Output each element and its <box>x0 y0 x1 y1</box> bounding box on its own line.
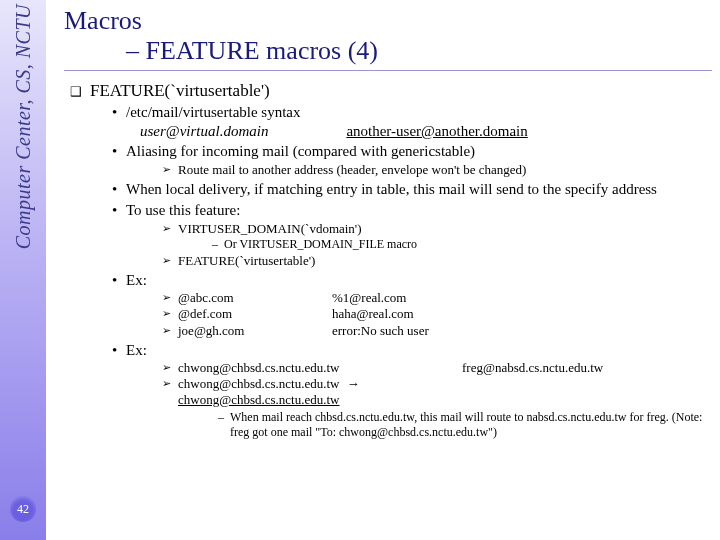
l1-localdelivery: When local delivery, if matching entry i… <box>112 180 712 199</box>
ex2-label: Ex: <box>126 342 147 358</box>
usefeature-text: To use this feature: <box>126 202 240 218</box>
arrow-icon: → <box>347 376 360 391</box>
ex1-label: Ex: <box>126 272 147 288</box>
usefeature-sub2: FEATURE(`virtusertable') <box>162 253 712 269</box>
l1-ex2: Ex: chwong@chbsd.cs.nctu.edu.tw freg@nab… <box>112 341 712 439</box>
ex1-r1-c1: @def.com <box>162 306 332 322</box>
syntax-label: /etc/mail/virtusertable syntax <box>126 104 301 120</box>
ex1-r2-c1: joe@gh.com <box>162 323 332 339</box>
aliasing-sub1: Route mail to another address (header, e… <box>162 162 712 178</box>
l1-syntax: /etc/mail/virtusertable syntax user@virt… <box>112 103 712 141</box>
title-line-2: – FEATURE macros (4) <box>64 36 712 66</box>
ex1-r0-c1: @abc.com <box>162 290 332 306</box>
ex1-r1-c2: haha@real.com <box>332 306 414 322</box>
side-rail: Computer Center, CS, NCTU <box>0 0 46 540</box>
ex1-r2-c2: error:No such user <box>332 323 429 339</box>
ex2-note: When mail reach chbsd.cs.nctu.edu.tw, th… <box>218 410 712 439</box>
content-area: Macros – FEATURE macros (4) FEATURE(`vir… <box>64 6 712 534</box>
l1-aliasing: Aliasing for incoming mail (compared wit… <box>112 142 712 178</box>
slide-root: Computer Center, CS, NCTU 42 Macros – FE… <box>0 0 720 540</box>
ex2-r0-c2: freg@nabsd.cs.nctu.edu.tw <box>462 360 603 376</box>
level1-list: /etc/mail/virtusertable syntax user@virt… <box>112 103 712 439</box>
usefeature-sublist: VIRTUSER_DOMAIN(`vdomain') Or VIRTUSER_D… <box>162 221 712 270</box>
slide-title: Macros – FEATURE macros (4) <box>64 6 712 66</box>
usefeature-sub1-sub1: Or VIRTUSER_DOMAIN_FILE macro <box>212 237 712 252</box>
rail-label: Computer Center, CS, NCTU <box>12 4 35 249</box>
l1-usefeature: To use this feature: VIRTUSER_DOMAIN(`vd… <box>112 201 712 269</box>
ex2-r1-c1: chwong@chbsd.cs.nctu.edu.tw → chwong@chb… <box>162 376 462 409</box>
aliasing-sublist: Route mail to another address (header, e… <box>162 162 712 178</box>
ex1-row-1: @def.com haha@real.com <box>162 306 712 322</box>
ex2-r0-c1: chwong@chbsd.cs.nctu.edu.tw <box>162 360 462 376</box>
section-heading: FEATURE(`virtusertable') <box>70 81 712 101</box>
aliasing-text: Aliasing for incoming mail (compared wit… <box>126 143 475 159</box>
usefeature-sub1: VIRTUSER_DOMAIN(`vdomain') Or VIRTUSER_D… <box>162 221 712 252</box>
ex2-row-1: chwong@chbsd.cs.nctu.edu.tw → chwong@chb… <box>162 376 712 409</box>
title-line-1: Macros <box>64 6 712 36</box>
title-underline <box>64 70 712 71</box>
ex2-r1-link: chwong@chbsd.cs.nctu.edu.tw <box>178 392 339 407</box>
l1-ex1: Ex: @abc.com %1@real.com @def.com haha@r… <box>112 271 712 339</box>
ex1-row-2: joe@gh.com error:No such user <box>162 323 712 339</box>
ex2-block: chwong@chbsd.cs.nctu.edu.tw freg@nabsd.c… <box>162 360 712 409</box>
ex1-table: @abc.com %1@real.com @def.com haha@real.… <box>162 290 712 339</box>
usefeature-sub1-text: VIRTUSER_DOMAIN(`vdomain') <box>178 221 362 236</box>
syntax-row: user@virtual.domain another-user@another… <box>140 122 712 141</box>
syntax-col2: another-user@another.domain <box>346 122 527 141</box>
usefeature-sub1-sub: Or VIRTUSER_DOMAIN_FILE macro <box>212 237 712 252</box>
ex2-row-0: chwong@chbsd.cs.nctu.edu.tw freg@nabsd.c… <box>162 360 712 376</box>
ex1-row-0: @abc.com %1@real.com <box>162 290 712 306</box>
square-bullet-icon <box>70 81 90 100</box>
ex1-r0-c2: %1@real.com <box>332 290 406 306</box>
syntax-col1: user@virtual.domain <box>140 122 268 141</box>
page-number-badge: 42 <box>10 496 36 522</box>
section-heading-text: FEATURE(`virtusertable') <box>90 81 270 100</box>
ex2-r1-left: chwong@chbsd.cs.nctu.edu.tw <box>178 376 339 391</box>
